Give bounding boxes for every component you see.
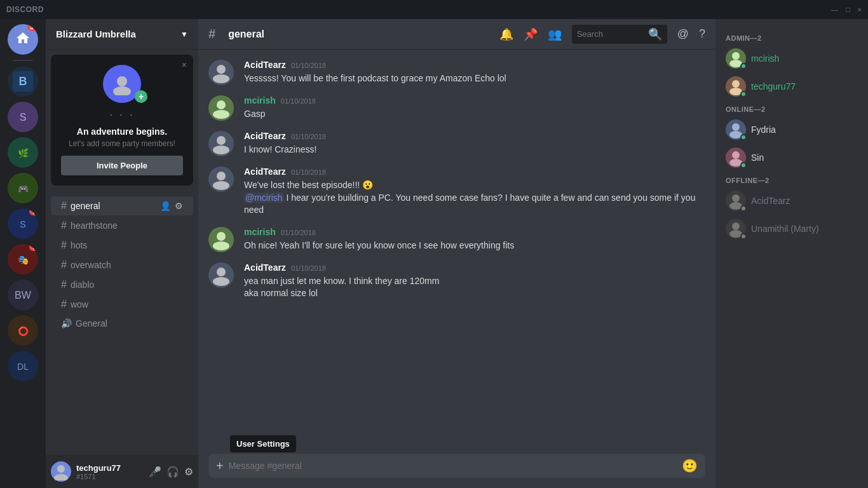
- popup-subtitle: Let's add some party members!: [61, 139, 183, 148]
- member-status-acidtearz: [740, 205, 747, 212]
- mention-mcirish: @mcirish: [244, 193, 284, 203]
- member-acidtearz[interactable]: AcidTearz: [721, 187, 863, 215]
- invite-popup: × + · · · An adventure begins. Let's add…: [51, 55, 193, 186]
- members-section-admin: ADMIN—2: [721, 29, 863, 44]
- message-text-6b: aka normal size lol: [244, 287, 705, 300]
- invite-people-button[interactable]: Invite People: [61, 156, 183, 175]
- message-author-1: AcidTearz: [244, 60, 286, 70]
- server-icon-4[interactable]: 🎮: [8, 173, 38, 203]
- messages-container: AcidTearz 01/10/2018 Yesssss! You will b…: [198, 50, 715, 454]
- svg-text:🎮: 🎮: [18, 184, 29, 194]
- message-avatar-3: [208, 131, 234, 156]
- svg-point-18: [117, 76, 127, 86]
- svg-point-34: [732, 52, 740, 60]
- member-fydria[interactable]: Fydria: [721, 116, 863, 144]
- home-icon: [15, 30, 31, 49]
- message-header-2: mcirish 01/10/2018: [244, 95, 705, 105]
- channel-sidebar: Blizzard Umbrella ▼ × + · · · An adventu: [46, 19, 198, 488]
- message-timestamp-2: 01/10/2018: [281, 97, 316, 105]
- svg-point-29: [213, 181, 229, 190]
- guild-header[interactable]: Blizzard Umbrella ▼: [46, 19, 198, 50]
- member-techguru77[interactable]: techguru77: [721, 72, 863, 100]
- user-settings-icon[interactable]: ⚙: [184, 466, 193, 478]
- channel-settings-icon[interactable]: ⚙: [175, 201, 183, 211]
- notification-bell-icon[interactable]: 🔔: [499, 27, 513, 41]
- message-timestamp-5: 01/10/2018: [281, 229, 316, 236]
- member-status-sin: [740, 162, 747, 168]
- members-toggle-icon[interactable]: 👥: [548, 27, 562, 41]
- svg-text:⭕: ⭕: [18, 326, 29, 337]
- maximize-button[interactable]: □: [846, 6, 850, 13]
- current-user-name: techguru77: [76, 463, 149, 473]
- channel-name-wow: wow: [71, 299, 183, 309]
- add-member-icon[interactable]: 👤: [160, 201, 171, 211]
- svg-text:BW: BW: [15, 290, 32, 301]
- message-content-5: mcirish 01/10/2018 Oh nice! Yeah I'll fo…: [244, 227, 705, 252]
- server-icon-9[interactable]: DL: [8, 351, 38, 381]
- svg-point-28: [217, 172, 226, 180]
- chat-search-input[interactable]: [577, 29, 644, 39]
- message-text-6: yea man just let me know. I think they a…: [244, 275, 705, 288]
- message-text-2: Gasp: [244, 108, 705, 121]
- chat-message-input[interactable]: [229, 454, 677, 478]
- user-area: techguru77 #1571 🎤 🎧 ⚙ User Settings: [46, 455, 198, 488]
- message-content-2: mcirish 01/10/2018 Gasp: [244, 95, 705, 121]
- svg-point-31: [213, 241, 229, 250]
- member-status-techguru77: [740, 91, 747, 97]
- at-mention-icon[interactable]: @: [677, 27, 689, 41]
- add-attachment-button[interactable]: +: [216, 459, 224, 473]
- text-channel-hash-icon-2: #: [61, 220, 67, 231]
- channel-item-hearthstone[interactable]: # hearthstone: [51, 216, 193, 235]
- server-icon-5[interactable]: S 1: [8, 208, 38, 239]
- svg-point-38: [732, 123, 740, 131]
- text-channel-hash-icon: #: [61, 200, 67, 212]
- member-name-techguru77: techguru77: [751, 81, 796, 92]
- chat-search-bar[interactable]: 🔍: [572, 25, 667, 44]
- channel-item-wow[interactable]: # wow: [51, 295, 193, 314]
- svg-point-40: [732, 151, 740, 159]
- member-sin[interactable]: Sin: [721, 144, 863, 172]
- member-unamithil[interactable]: Unamithil (Marty): [721, 215, 863, 243]
- member-mcirish[interactable]: mcirish: [721, 44, 863, 72]
- channel-item-hots[interactable]: # hots: [51, 236, 193, 255]
- minimize-button[interactable]: —: [831, 6, 838, 13]
- message-avatar-2: [208, 95, 234, 121]
- server-icon-6[interactable]: 🎭 1: [8, 244, 38, 274]
- member-name-mcirish: mcirish: [751, 53, 779, 64]
- current-user-discriminator: #1571: [76, 473, 149, 480]
- chat-channel-name: general: [228, 29, 264, 40]
- pin-icon[interactable]: 📌: [524, 27, 538, 41]
- home-server-icon[interactable]: 34: [8, 24, 38, 55]
- help-icon[interactable]: ?: [699, 27, 705, 41]
- message-4: AcidTearz 01/10/2018 We've lost the best…: [208, 166, 705, 217]
- voice-channel-icon: 🔊: [61, 318, 72, 329]
- chat-header: # general 🔔 📌 👥 🔍 @ ?: [198, 19, 715, 50]
- close-button[interactable]: ×: [858, 6, 862, 13]
- microphone-icon[interactable]: 🎤: [149, 466, 161, 478]
- message-avatar-1: [208, 60, 234, 85]
- message-header-6: AcidTearz 01/10/2018: [244, 262, 705, 273]
- message-author-3: AcidTearz: [244, 131, 286, 141]
- channel-item-diablo[interactable]: # diablo: [51, 275, 193, 294]
- emoji-picker-button[interactable]: 🙂: [682, 458, 698, 473]
- headphones-icon[interactable]: 🎧: [166, 466, 179, 478]
- svg-point-23: [213, 74, 229, 83]
- message-header-3: AcidTearz 01/10/2018: [244, 131, 705, 141]
- member-status-mcirish: [740, 63, 747, 69]
- server-icon-7[interactable]: BW: [8, 280, 38, 310]
- voice-channel-general[interactable]: 🔊 General: [51, 315, 193, 332]
- server-icon-3[interactable]: 🌿: [8, 137, 38, 168]
- svg-point-21: [54, 474, 68, 480]
- channel-hash-icon: #: [208, 27, 215, 41]
- svg-point-44: [732, 222, 740, 230]
- channel-item-general[interactable]: # general 👤 ⚙: [51, 196, 193, 215]
- server-icon-8[interactable]: ⭕: [8, 315, 38, 346]
- member-avatar-techguru77: [726, 76, 746, 97]
- server-icon-2[interactable]: S: [8, 102, 38, 132]
- chat-input-area: + 🙂: [198, 454, 715, 488]
- server-icon-blizzard[interactable]: B: [8, 66, 38, 97]
- message-content-3: AcidTearz 01/10/2018 I know! Craziness!: [244, 131, 705, 156]
- member-avatar-acidtearz: [726, 191, 746, 211]
- channel-item-overwatch[interactable]: # overwatch: [51, 255, 193, 274]
- members-sidebar: ADMIN—2 mcirish techguru77 ONLINE—2: [715, 19, 868, 488]
